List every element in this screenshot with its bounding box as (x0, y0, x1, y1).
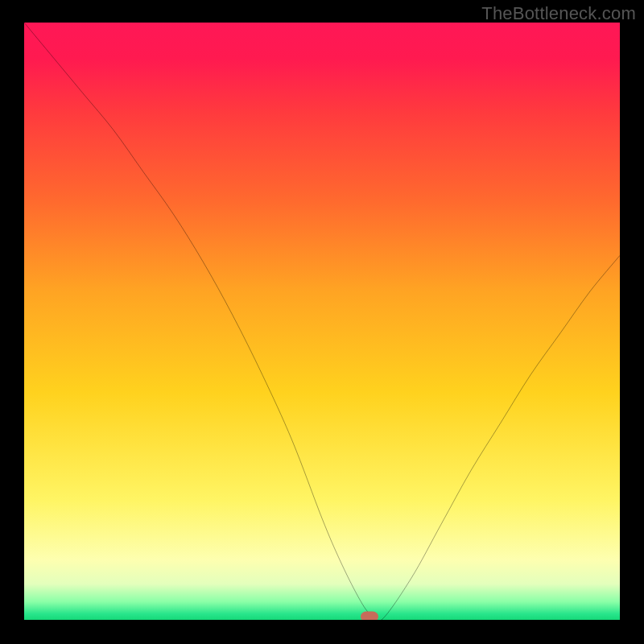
chart-frame: TheBottleneck.com (0, 0, 644, 644)
watermark-text: TheBottleneck.com (481, 3, 636, 24)
curve-path (24, 23, 620, 620)
bottleneck-curve (24, 23, 620, 620)
optimal-point-marker (361, 612, 378, 620)
plot-area (24, 23, 620, 620)
